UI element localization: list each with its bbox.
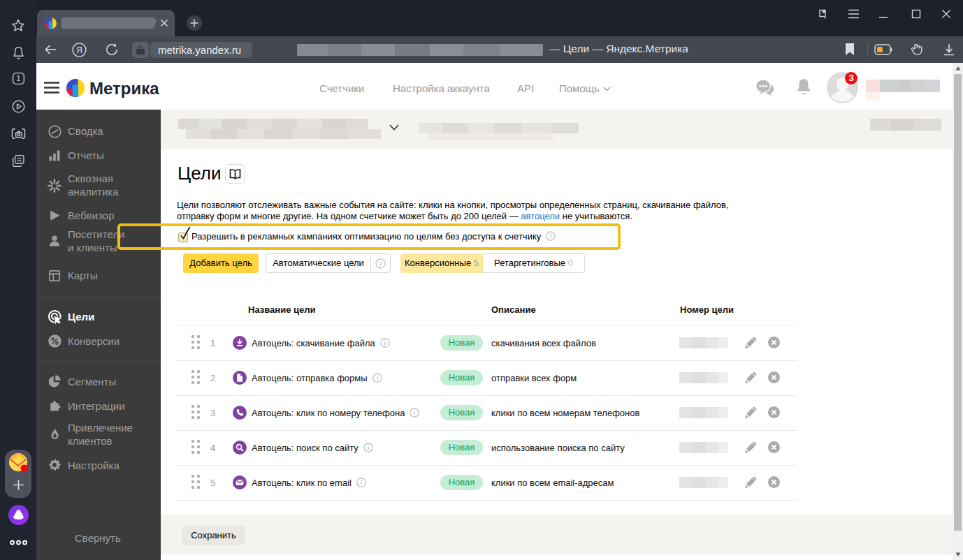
svg-text:Я: Я bbox=[76, 45, 82, 55]
svg-text:1: 1 bbox=[17, 74, 21, 82]
